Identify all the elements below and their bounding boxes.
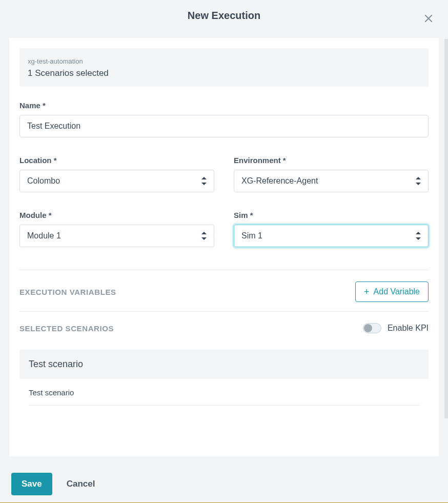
scenario-card-title: Test scenario (19, 350, 429, 379)
enable-kpi-label: Enable KPI (388, 324, 429, 333)
module-value: Module 1 (27, 231, 61, 240)
close-icon[interactable] (421, 11, 436, 26)
selected-scenarios-title: SELECTED SCENARIOS (19, 324, 114, 333)
name-input[interactable] (19, 115, 429, 137)
environment-field-group: Environment * XG-Reference-Agent (234, 156, 429, 192)
environment-label: Environment * (234, 156, 429, 165)
environment-value: XG-Reference-Agent (241, 176, 318, 186)
sim-field-group: Sim * Sim 1 (234, 211, 429, 247)
modal-footer: Save Cancel (0, 466, 448, 502)
scrollbar[interactable] (444, 39, 448, 418)
location-field-group: Location * Colombo (19, 156, 214, 192)
enable-kpi-group: Enable KPI (363, 323, 429, 333)
scenario-item-label: Test scenario (29, 388, 74, 397)
add-variable-button[interactable]: + Add Variable (355, 281, 429, 302)
location-value: Colombo (27, 176, 60, 186)
scenarios-selected-text: 1 Scenarios selected (28, 68, 420, 78)
sim-select[interactable]: Sim 1 (234, 225, 429, 247)
sim-value: Sim 1 (241, 231, 262, 240)
selected-scenarios-header: SELECTED SCENARIOS Enable KPI (19, 323, 429, 333)
cancel-button[interactable]: Cancel (67, 479, 95, 489)
modal-header: New Execution (0, 0, 448, 31)
project-name: xg-test-automation (28, 57, 420, 65)
name-field-group: Name * (19, 101, 429, 137)
sim-label: Sim * (234, 211, 429, 219)
execution-variables-title: EXECUTION VARIABLES (19, 288, 116, 296)
toggle-knob (364, 324, 372, 332)
module-select[interactable]: Module 1 (19, 225, 214, 247)
module-field-group: Module * Module 1 (19, 211, 214, 247)
modal-title: New Execution (188, 10, 260, 22)
scenario-item: Test scenario (19, 379, 429, 409)
location-label: Location * (19, 156, 214, 165)
save-button[interactable]: Save (11, 473, 52, 495)
divider (19, 270, 429, 270)
scenario-card: Test scenario Test scenario (19, 350, 429, 409)
add-variable-label: Add Variable (374, 287, 420, 296)
execution-variables-header: EXECUTION VARIABLES + Add Variable (19, 281, 429, 302)
enable-kpi-toggle[interactable] (363, 323, 381, 333)
new-execution-modal: New Execution xg-test-automation 1 Scena… (0, 0, 448, 503)
divider (29, 405, 419, 406)
name-label: Name * (19, 101, 429, 110)
divider (19, 311, 429, 312)
modal-body[interactable]: xg-test-automation 1 Scenarios selected … (9, 38, 439, 456)
location-select[interactable]: Colombo (19, 170, 214, 192)
info-banner: xg-test-automation 1 Scenarios selected (19, 48, 429, 87)
plus-icon: + (364, 287, 370, 296)
module-label: Module * (19, 211, 214, 219)
environment-select[interactable]: XG-Reference-Agent (234, 170, 429, 192)
